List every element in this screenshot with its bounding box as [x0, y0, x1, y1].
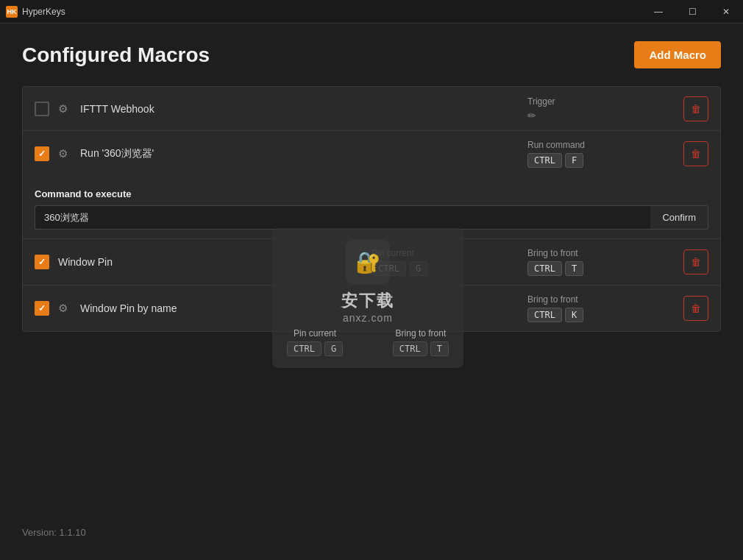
macro-0-name: IFTTT Webhook: [80, 103, 519, 115]
macro-3-trigger: Bring to front CTRL K: [527, 294, 675, 322]
macro-2-trigger-keys1: CTRL G: [372, 261, 519, 276]
macro-3-key-ctrl: CTRL: [527, 308, 562, 322]
maximize-button[interactable]: ☐: [675, 0, 709, 24]
macro-row-window-pin: Window Pin Pin current CTRL G Bring to f…: [23, 239, 720, 286]
macro-2-trigger-label2: Bring to front: [527, 248, 675, 258]
macro-2-name: Window Pin: [58, 256, 363, 268]
macro-2-trigger-label1: Pin current: [372, 248, 519, 258]
add-macro-button[interactable]: Add Macro: [634, 41, 721, 68]
macro-1-key-f: F: [565, 153, 583, 168]
macro-row-main: ⚙ IFTTT Webhook Trigger ✏ 🗑: [35, 96, 708, 121]
confirm-button[interactable]: Confirm: [650, 205, 708, 230]
command-input[interactable]: [35, 205, 650, 230]
macro-3-trigger-label: Bring to front: [527, 294, 675, 305]
macro-0-delete-button[interactable]: 🗑: [683, 96, 708, 121]
titlebar-controls: — ☐ ✕: [641, 0, 743, 24]
macro-3-checkbox[interactable]: [35, 301, 49, 316]
macro-1-row-main: ⚙ Run '360浏览器' Run command CTRL F 🗑: [35, 140, 708, 168]
command-label: Command to execute: [35, 188, 708, 199]
macro-2-delete-button[interactable]: 🗑: [683, 249, 708, 274]
macro-list: ⚙ IFTTT Webhook Trigger ✏ 🗑 ⚙ Run '360浏览…: [22, 86, 721, 332]
macro-row-expanded: ⚙ Run '360浏览器' Run command CTRL F 🗑 Comm…: [23, 131, 720, 239]
macro-0-checkbox[interactable]: [35, 102, 49, 116]
main-content: Configured Macros Add Macro ⚙ IFTTT Webh…: [0, 24, 743, 350]
macro-2-checkbox[interactable]: [35, 255, 49, 269]
macro-1-name: Run '360浏览器': [80, 147, 519, 160]
pencil-icon[interactable]: ✏: [527, 110, 536, 121]
macro-1-gear-icon[interactable]: ⚙: [58, 147, 71, 160]
macro-2-row-main: Window Pin Pin current CTRL G Bring to f…: [35, 248, 708, 276]
macro-3-trigger-keys: CTRL K: [527, 308, 675, 322]
macro-1-trigger: Run command CTRL F: [527, 140, 675, 168]
minimize-button[interactable]: —: [641, 0, 675, 24]
macro-2-trigger2: Bring to front CTRL T: [527, 248, 675, 276]
macro-row-window-pin-by-name: ⚙ Window Pin by name Bring to front CTRL…: [23, 286, 720, 331]
app-title: HyperKeys: [22, 7, 65, 17]
page-header: Configured Macros Add Macro: [22, 41, 721, 68]
macro-3-name: Window Pin by name: [80, 302, 519, 314]
command-section: Command to execute Confirm: [35, 182, 708, 230]
macro-2-key-t: T: [565, 261, 583, 276]
titlebar: HK HyperKeys — ☐ ✕: [0, 0, 743, 24]
macro-3-delete-button[interactable]: 🗑: [683, 296, 708, 321]
macro-3-gear-icon[interactable]: ⚙: [58, 302, 71, 315]
close-button[interactable]: ✕: [709, 0, 743, 24]
macro-row: ⚙ IFTTT Webhook Trigger ✏ 🗑: [23, 87, 720, 131]
macro-0-trigger-label: Trigger: [527, 96, 675, 107]
macro-2-key-ctrl-2: CTRL: [527, 261, 562, 276]
macro-2-trigger-keys2: CTRL T: [527, 261, 675, 276]
macro-1-delete-button[interactable]: 🗑: [683, 141, 708, 166]
macro-0-gear-icon[interactable]: ⚙: [58, 102, 71, 116]
macro-2-key-ctrl: CTRL: [372, 261, 406, 276]
macro-1-trigger-keys: CTRL F: [527, 153, 675, 168]
page-title: Configured Macros: [22, 43, 210, 67]
macro-0-trigger-keys: ✏: [527, 110, 675, 121]
macro-1-key-ctrl: CTRL: [527, 153, 562, 168]
version-label: Version: 1.1.10: [22, 527, 86, 538]
command-input-row: Confirm: [35, 205, 708, 230]
macro-2-trigger: Pin current CTRL G: [372, 248, 519, 276]
macro-3-key-k: K: [565, 308, 583, 322]
titlebar-left: HK HyperKeys: [6, 6, 65, 18]
app-icon: HK: [6, 6, 18, 18]
macro-2-key-g: G: [409, 261, 427, 276]
macro-1-checkbox[interactable]: [35, 146, 49, 161]
macro-3-row-main: ⚙ Window Pin by name Bring to front CTRL…: [35, 294, 708, 322]
macro-1-trigger-label: Run command: [527, 140, 675, 150]
macro-0-trigger: Trigger ✏: [527, 96, 675, 121]
